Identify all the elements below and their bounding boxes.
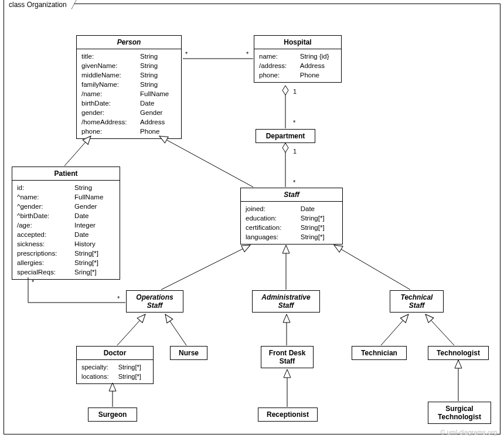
attr-name: prescriptions:	[17, 249, 69, 258]
class-title: Nurse	[171, 347, 207, 359]
attr-type: Phone	[140, 127, 176, 136]
attr-type: String[*]	[301, 223, 338, 232]
attr-name: gender:	[81, 108, 134, 117]
class-title: Technical Staff	[390, 291, 443, 312]
class-administrative-staff: Administrative Staff	[252, 290, 320, 313]
attr-type: String	[140, 61, 176, 70]
attr-type: Date	[74, 230, 115, 239]
attr-name: joined:	[246, 204, 295, 213]
attr-type: String[*]	[118, 362, 148, 372]
attr-name: ^gender:	[17, 202, 69, 211]
class-title: Person	[77, 36, 181, 49]
class-title: Surgeon	[88, 408, 137, 421]
attr-type: String	[74, 183, 115, 192]
class-department: Department	[256, 129, 315, 143]
class-doctor: Doctor specialty:String[*]locations:Stri…	[76, 346, 154, 384]
class-attrs: joined:Dateeducation:String[*]certificat…	[241, 202, 342, 244]
class-title: Receptionist	[258, 408, 317, 421]
attr-type: Address	[300, 61, 336, 70]
multiplicity: *	[32, 279, 34, 286]
class-surgical-technologist: Surgical Technologist	[428, 402, 491, 424]
multiplicity: 1	[293, 88, 297, 95]
class-hospital: Hospital name:String {id}/address:Addres…	[254, 35, 342, 83]
attr-name: allergies:	[17, 258, 69, 267]
attr-type: Integer	[74, 220, 115, 230]
attr-name: id:	[17, 183, 69, 192]
class-title: Operations Staff	[127, 291, 183, 312]
attr-type: String[*]	[118, 372, 148, 381]
class-staff: Staff joined:Dateeducation:String[*]cert…	[240, 188, 343, 245]
class-technical-staff: Technical Staff	[390, 290, 444, 313]
attr-name: accepted:	[17, 230, 69, 239]
attr-type: Date	[74, 211, 115, 220]
class-nurse: Nurse	[170, 346, 207, 360]
frame-title: class Organization	[4, 0, 72, 9]
class-patient: Patient id:String^name:FullName^gender:G…	[12, 167, 120, 280]
multiplicity: 1	[293, 148, 297, 155]
attr-type: Address	[140, 117, 176, 127]
attr-type: Sring[*]	[74, 267, 115, 277]
attr-name: ^birthDate:	[17, 211, 69, 220]
class-title: Patient	[12, 167, 120, 181]
attr-name: /address:	[259, 61, 294, 70]
attr-name: /name:	[81, 89, 134, 99]
attr-name: name:	[259, 52, 294, 61]
class-attrs: id:String^name:FullName^gender:Gender^bi…	[12, 181, 120, 279]
attr-type: String	[140, 52, 176, 61]
class-title: Technician	[352, 347, 406, 359]
attr-name: specialReqs:	[17, 267, 69, 277]
class-attrs: title:StringgivenName:StringmiddleName:S…	[77, 49, 181, 138]
multiplicity: *	[246, 50, 248, 57]
multiplicity: *	[293, 119, 295, 126]
attr-type: String	[140, 70, 176, 80]
class-person: Person title:StringgivenName:Stringmiddl…	[76, 35, 182, 139]
attr-name: /homeAddress:	[81, 117, 134, 127]
attr-name: sickness:	[17, 239, 69, 249]
attr-type: String[*]	[301, 232, 338, 242]
attr-name: languages:	[246, 232, 295, 242]
attr-type: String[*]	[74, 258, 115, 267]
attr-type: History	[74, 239, 115, 249]
attr-type: FullName	[74, 192, 115, 202]
class-receptionist: Receptionist	[258, 408, 318, 422]
attr-type: Date	[301, 204, 338, 213]
class-surgeon: Surgeon	[88, 408, 137, 422]
attr-type: Gender	[140, 108, 176, 117]
attr-type: FullName	[140, 89, 176, 99]
attr-name: /age:	[17, 220, 69, 230]
attr-type: Gender	[74, 202, 115, 211]
attr-name: givenName:	[81, 61, 134, 70]
class-title: Staff	[241, 188, 342, 202]
attr-type: Date	[140, 99, 176, 108]
class-attrs: specialty:String[*]locations:String[*]	[77, 360, 153, 383]
attr-name: phone:	[259, 70, 294, 80]
attr-name: education:	[246, 213, 295, 223]
multiplicity: *	[117, 295, 120, 302]
class-title: Front Desk Staff	[261, 347, 313, 368]
class-title: Technologist	[428, 347, 488, 359]
attr-name: locations:	[81, 372, 116, 381]
class-title: Department	[256, 130, 315, 142]
attr-name: phone:	[81, 127, 134, 136]
attr-type: String[*]	[74, 249, 115, 258]
attr-type: String	[140, 80, 176, 89]
class-title: Doctor	[77, 347, 153, 360]
multiplicity: *	[185, 50, 188, 57]
credit: © uml-diagrams.org	[440, 429, 497, 436]
class-title: Hospital	[254, 36, 341, 49]
class-title: Surgical Technologist	[428, 402, 491, 423]
multiplicity: *	[293, 179, 295, 186]
attr-name: specialty:	[81, 362, 116, 372]
attr-name: title:	[81, 52, 134, 61]
class-technologist: Technologist	[428, 346, 489, 360]
attr-type: String[*]	[301, 213, 338, 223]
class-technician: Technician	[352, 346, 407, 360]
attr-name: middleName:	[81, 70, 134, 80]
attr-name: birthDate:	[81, 99, 134, 108]
attr-name: certification:	[246, 223, 295, 232]
attr-name: familyName:	[81, 80, 134, 89]
attr-type: Phone	[300, 70, 336, 80]
class-operations-staff: Operations Staff	[126, 290, 183, 313]
attr-type: String {id}	[300, 52, 336, 61]
attr-name: ^name:	[17, 192, 69, 202]
